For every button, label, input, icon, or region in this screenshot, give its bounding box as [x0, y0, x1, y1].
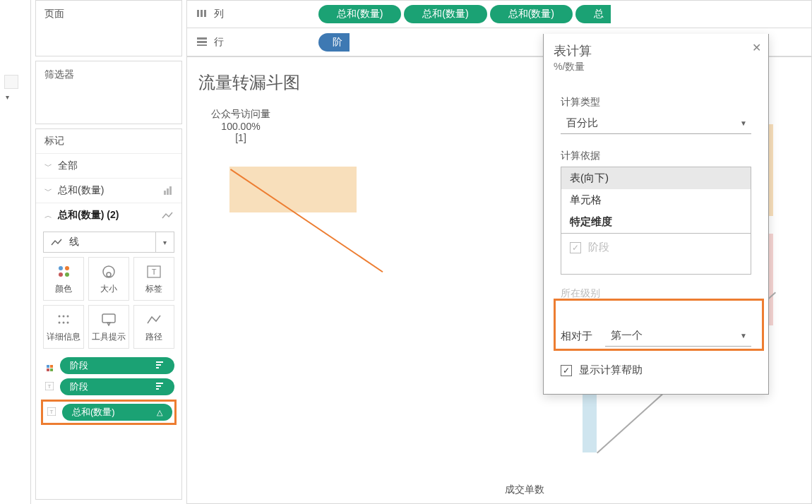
svg-point-7 — [59, 315, 61, 317]
config-panel: 页面 筛选器 标记 ﹀ 全部 ﹀ 总和(数量) ︿ 总和(数量) (2) — [31, 0, 186, 504]
svg-rect-26 — [204, 10, 206, 17]
detail-icon — [56, 311, 71, 328]
table-calc-popup: 表计算 %/数量 ✕ 计算类型 百分比 ▼ 计算依据 表(向下) 单元格 特定维… — [543, 34, 769, 395]
svg-point-9 — [67, 315, 69, 317]
pages-card: 页面 — [35, 0, 182, 56]
svg-point-12 — [67, 321, 69, 323]
path-button[interactable]: 路径 — [133, 305, 174, 349]
footer-label: 成交单数 — [505, 484, 544, 496]
checkbox-icon: ✓ — [570, 242, 581, 253]
col-pill-4[interactable]: 总 — [575, 5, 611, 23]
svg-rect-0 — [164, 191, 166, 195]
row-pill-1[interactable]: 阶 — [318, 33, 350, 52]
calc-type-dropdown[interactable]: 百分比 ▼ — [561, 113, 751, 134]
svg-point-10 — [59, 321, 61, 323]
mark-type-label: 线 — [62, 236, 155, 248]
dimension-checkbox[interactable]: ✓ 阶段 — [570, 241, 742, 254]
caret-down-icon[interactable]: ▾ — [155, 232, 174, 252]
popup-subtitle: %/数量 — [554, 61, 758, 73]
color-button[interactable]: 颜色 — [43, 257, 84, 301]
marks-card: 标记 ﹀ 全部 ﹀ 总和(数量) ︿ 总和(数量) (2) — [35, 128, 182, 500]
tooltip-button[interactable]: 工具提示 — [88, 305, 129, 349]
path-icon — [146, 311, 162, 328]
svg-rect-20 — [156, 385, 161, 387]
text-icon: T — [45, 407, 58, 417]
pill-phase-2[interactable]: 阶段 — [60, 378, 174, 395]
svg-rect-29 — [197, 44, 207, 46]
path-label: 路径 — [145, 331, 162, 343]
size-button[interactable]: 大小 — [88, 257, 129, 301]
pill-row-phase-color[interactable]: 阶段 — [43, 357, 174, 374]
pill-row-sum[interactable]: T 总和(数量) △ — [45, 404, 172, 421]
rows-label: 行 — [214, 36, 224, 49]
tooltip-label: 工具提示 — [92, 331, 126, 343]
compute-using-label: 计算依据 — [561, 150, 751, 162]
filters-card: 筛选器 — [35, 61, 182, 124]
svg-rect-19 — [156, 383, 163, 384]
marks-label: 标记 — [36, 129, 181, 153]
column-header-1: 公众号访问量 100.00% [1] — [198, 108, 283, 143]
highlighted-pill-box: T 总和(数量) △ — [41, 400, 177, 425]
svg-rect-16 — [156, 367, 159, 368]
svg-rect-15 — [156, 364, 161, 366]
bar-segment-1 — [229, 167, 357, 212]
chevron-down-icon: ﹀ — [44, 186, 52, 196]
text-icon: T — [43, 382, 56, 392]
compute-using-list[interactable]: 表(向下) 单元格 特定维度 — [561, 167, 751, 234]
marks-sum2-row[interactable]: ︿ 总和(数量) (2) — [36, 203, 181, 227]
svg-rect-27 — [197, 37, 207, 40]
pill-row-phase-label[interactable]: T 阶段 — [43, 378, 174, 395]
tooltip-icon — [102, 311, 116, 328]
close-icon[interactable]: ✕ — [752, 41, 761, 54]
color-label: 颜色 — [55, 283, 72, 295]
caret-down-icon[interactable]: ▾ — [6, 93, 30, 101]
left-sliver: ▾ — [0, 0, 31, 504]
svg-point-4 — [107, 272, 111, 277]
svg-rect-21 — [156, 388, 159, 390]
label-button[interactable]: T 标签 — [133, 257, 174, 301]
chart-title: 流量转漏斗图 — [198, 71, 300, 94]
show-help-checkbox[interactable]: ✓ 显示计算帮助 — [561, 364, 751, 377]
svg-rect-24 — [197, 10, 199, 17]
list-item-cell[interactable]: 单元格 — [561, 189, 751, 211]
svg-text:T: T — [50, 409, 54, 415]
svg-point-8 — [63, 315, 65, 317]
pill-sum[interactable]: 总和(数量) △ — [62, 404, 172, 421]
col-pill-2[interactable]: 总和(数量) — [404, 5, 486, 23]
main-area: 列 总和(数量) 总和(数量) 总和(数量) 总 行 阶 流量转漏斗图 — [186, 0, 812, 504]
detail-button[interactable]: 详细信息 — [43, 305, 84, 349]
marks-sum2-label: 总和(数量) (2) — [58, 209, 119, 222]
sort-icon — [156, 383, 165, 391]
marks-all-row[interactable]: ﹀ 全部 — [36, 153, 181, 178]
size-icon — [101, 263, 117, 280]
line-icon — [162, 211, 173, 220]
line-icon — [44, 238, 62, 246]
chevron-up-icon: ︿ — [44, 210, 52, 221]
marks-all-label: 全部 — [58, 160, 78, 172]
list-item-table-down[interactable]: 表(向下) — [561, 167, 751, 189]
col-pill-1[interactable]: 总和(数量) — [318, 5, 401, 23]
pill-phase-1[interactable]: 阶段 — [60, 357, 174, 374]
list-item-specific[interactable]: 特定维度 — [561, 211, 751, 233]
checkbox-icon: ✓ — [561, 365, 572, 376]
svg-rect-14 — [156, 361, 163, 363]
caret-down-icon: ▼ — [740, 119, 751, 127]
sort-icon — [156, 361, 165, 370]
marks-sum1-row[interactable]: ﹀ 总和(数量) — [36, 178, 181, 203]
calc-type-label: 计算类型 — [561, 96, 751, 109]
dimension-checkbox-area: ✓ 阶段 — [561, 234, 751, 275]
svg-rect-25 — [201, 10, 203, 17]
svg-point-11 — [63, 321, 65, 323]
svg-text:T: T — [48, 383, 52, 390]
col-pill-3[interactable]: 总和(数量) — [490, 5, 573, 23]
columns-shelf[interactable]: 列 总和(数量) 总和(数量) 总和(数量) 总 — [186, 0, 812, 28]
rows-icon — [197, 37, 207, 48]
popup-title: 表计算 — [554, 42, 758, 59]
highlight-frame — [554, 299, 764, 351]
svg-rect-2 — [169, 186, 172, 195]
label-icon: T — [147, 263, 161, 280]
svg-point-3 — [103, 266, 114, 277]
svg-rect-1 — [167, 188, 169, 195]
mark-type-dropdown[interactable]: 线 ▾ — [43, 232, 174, 253]
color-icon — [59, 263, 69, 280]
